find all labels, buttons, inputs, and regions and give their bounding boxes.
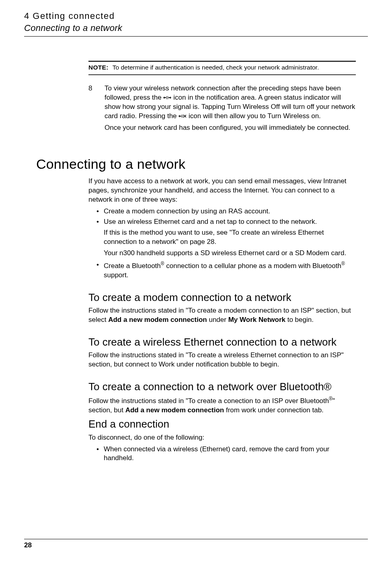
svg-rect-9 [183, 115, 183, 118]
sub1-para: Follow the instructions stated in "To cr… [88, 306, 356, 325]
bullet-2-sub2: Your n300 handheld supports a SD wireles… [104, 249, 356, 258]
running-header: 4 Getting connected Connecting to a netw… [0, 0, 392, 34]
bullet-1: Create a modem connection by using an RA… [96, 207, 356, 216]
wireless-signal-icon [163, 94, 171, 101]
sub1-bold1: Add a new modem connection [108, 316, 207, 323]
step-number: 8 [88, 84, 105, 135]
note-block: NOTE:To determine if authentication is n… [88, 61, 356, 75]
page-footer: 28 [24, 539, 368, 550]
registered-icon: ® [324, 381, 331, 393]
sub3-post: from work under connection tab. [224, 406, 324, 414]
step-8: 8 To view your wireless network connecti… [88, 84, 356, 135]
section-title: Connecting to a network [24, 22, 392, 34]
main-heading: Connecting to a network [36, 155, 356, 174]
sub2-para: Follow the instructions stated in "To cr… [88, 351, 356, 369]
sub3-para: Follow the instructions stated in "To cr… [88, 395, 356, 415]
bullet-3: Create a Bluetooth® connection to a cell… [96, 260, 356, 280]
step8-p1: To view your wireless network connection… [105, 84, 356, 121]
main-bullets: Create a modem connection by using an RA… [88, 207, 356, 280]
registered-icon: ® [341, 261, 345, 266]
step-body: To view your wireless network connection… [105, 84, 356, 135]
bullet-3b: connection to a cellular phone as a mode… [164, 262, 341, 270]
note-label: NOTE: [88, 64, 113, 71]
registered-icon: ® [161, 261, 164, 266]
sub3-bold: Add a new modem connection [125, 406, 224, 414]
page-number: 28 [24, 541, 368, 550]
sub4-bullets: When connected via a wireless (Ethernet)… [88, 445, 356, 463]
svg-marker-3 [163, 96, 164, 99]
svg-rect-4 [168, 97, 170, 98]
page-content: NOTE:To determine if authentication is n… [0, 61, 392, 463]
content-indented: NOTE:To determine if authentication is n… [88, 61, 356, 135]
registered-icon: ® [329, 396, 332, 401]
sub4-bullet: When connected via a wireless (Ethernet)… [96, 445, 356, 463]
bullet-2-sub1: If this is the method you want to use, s… [104, 228, 356, 247]
sub1-heading: To create a modem connection to a networ… [88, 291, 356, 305]
sub1-bold2: My Work Network [228, 316, 285, 323]
sub3-heading-text: To create a connection to a network over… [88, 381, 324, 393]
svg-marker-5 [170, 96, 171, 99]
step8-p1c: icon will then allow you to Turn Wireles… [189, 112, 321, 120]
sub3-heading: To create a connection to a network over… [88, 380, 356, 394]
svg-rect-1 [168, 96, 168, 99]
bullet-2-text: Use an wireless Ethernet card and a net … [104, 218, 317, 225]
step8-p2: Once your network card has been configur… [105, 123, 356, 133]
bullet-3a: Create a Bluetooth [104, 262, 161, 270]
bullet-2: Use an wireless Ethernet card and a net … [96, 217, 356, 258]
sub1-post: to begin. [285, 316, 314, 323]
sub1-mid: under [207, 316, 228, 323]
chapter-title: 4 Getting connected [24, 10, 392, 22]
note-text: To determine if authentication is needed… [113, 64, 319, 71]
main-body: If you have access to a network at work,… [88, 177, 356, 463]
svg-rect-0 [166, 96, 167, 99]
sub4-para: To disconnect, do one of the following: [88, 433, 356, 442]
svg-rect-8 [182, 115, 182, 118]
sub4-heading: End a connection [88, 417, 356, 431]
main-intro: If you have access to a network at work,… [88, 177, 356, 205]
sub3-pre: Follow the instructions stated in "To cr… [88, 397, 329, 405]
wireless-off-icon [179, 113, 187, 119]
bullet-3c: support. [104, 271, 128, 279]
sub2-heading: To create a wireless Ethernet connection… [88, 335, 356, 349]
header-rule [24, 36, 368, 37]
svg-marker-7 [179, 115, 180, 117]
footer-rule [24, 539, 368, 539]
svg-rect-2 [164, 97, 166, 98]
svg-rect-6 [180, 116, 181, 117]
